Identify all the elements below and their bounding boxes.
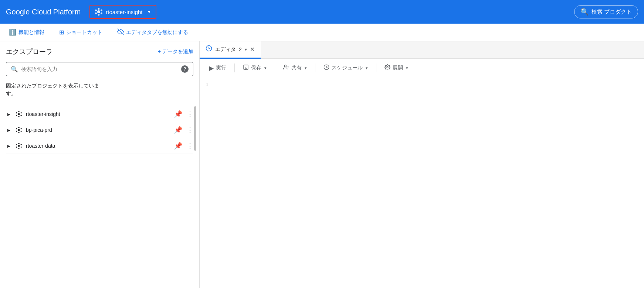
line-numbers: 1 [206,82,209,284]
project-selector[interactable]: rtoaster-insight ▼ [89,5,156,19]
svg-point-14 [21,115,22,116]
app-title: Google Cloud Platform [6,8,81,16]
explorer-search-icon: 🔍 [11,66,18,73]
project-cluster-icon [15,142,23,150]
svg-point-0 [97,10,100,13]
svg-point-9 [18,111,19,112]
save-dropdown-icon[interactable]: ▾ [264,66,267,71]
svg-point-6 [101,13,102,14]
project-name-label: rtoaster-data [26,143,171,149]
explorer-header: エクスプローラ + データを追加 [6,47,193,56]
expand-icon[interactable]: ▶ [6,112,12,116]
pin-icon[interactable]: 📌 [174,110,182,118]
separator [275,64,275,72]
run-icon: ▶ [209,65,214,72]
svg-point-8 [18,113,20,115]
svg-point-16 [18,127,19,128]
schedule-button[interactable]: スケジュール ▾ [320,62,372,74]
main-layout: エクスプローラ + データを追加 🔍 ? 固定されたプロジェクトを表示していま … [0,41,644,288]
eye-slash-icon [117,28,124,37]
save-button[interactable]: 保存 ▾ [239,62,270,74]
share-dropdown-icon[interactable]: ▾ [305,66,307,71]
project-cluster-icon [15,110,23,118]
toolbar-disable-label: エディタタブを無効にする [126,29,188,36]
help-icon[interactable]: ? [181,65,189,73]
header: Google Cloud Platform rtoaster-insight ▼… [0,0,644,24]
svg-point-18 [16,128,17,129]
schedule-icon [323,64,329,72]
line-number: 1 [206,82,209,87]
schedule-label: スケジュール [332,65,363,71]
deploy-label: 展開 [393,65,403,71]
add-data-button[interactable]: + データを追加 [158,48,193,55]
scrollbar[interactable] [194,106,196,151]
deploy-dropdown-icon[interactable]: ▾ [406,66,408,71]
project-name-label: rtoaster-insight [26,111,171,117]
project-cluster-icon [15,126,23,134]
svg-point-11 [16,112,17,113]
svg-point-28 [21,147,22,148]
svg-point-21 [21,131,22,132]
chart-icon [206,45,212,54]
svg-point-5 [95,13,97,14]
editor-toolbar: ▶ 実行 保存 ▾ [200,59,644,77]
list-item: ▶ rtoaster-data 📌 ⋮ [6,138,193,154]
separator [376,64,376,72]
save-label: 保存 [251,65,261,71]
list-item: ▶ bp-pica-prd 📌 ⋮ [6,122,193,138]
toolbar-shortcut[interactable]: ⊞ ショートカット [56,27,105,37]
more-options-icon[interactable]: ⋮ [187,142,193,150]
toolbar-info[interactable]: ℹ️ 機能と情報 [6,27,47,37]
svg-point-2 [98,14,100,16]
pin-icon[interactable]: 📌 [174,126,182,134]
explorer-search-input[interactable] [21,66,178,72]
editor-tab[interactable]: エディタ 2 ▾ ✕ [200,41,261,59]
explorer-panel: エクスプローラ + データを追加 🔍 ? 固定されたプロジェクトを表示していま … [0,41,200,288]
share-button[interactable]: 共有 ▾ [279,62,311,74]
expand-icon[interactable]: ▶ [6,128,12,132]
tab-close-icon[interactable]: ✕ [250,46,255,53]
header-search[interactable]: 🔍 検索 プロダクト [574,5,638,18]
svg-point-1 [98,8,100,10]
info-icon: ℹ️ [9,29,16,36]
svg-point-32 [284,65,286,67]
tab-dropdown-icon[interactable]: ▾ [245,47,247,52]
svg-point-15 [18,129,20,131]
svg-point-3 [95,10,97,11]
toolbar-disable-editor[interactable]: エディタタブを無効にする [114,27,191,38]
pin-icon[interactable]: 📌 [174,142,182,150]
project-list: ▶ rtoaster-insight 📌 ⋮ [6,106,193,154]
svg-point-24 [18,148,19,149]
search-icon: 🔍 [580,8,589,16]
more-options-icon[interactable]: ⋮ [187,126,193,134]
run-button[interactable]: ▶ 実行 [206,62,230,74]
more-options-icon[interactable]: ⋮ [187,110,193,118]
deploy-button[interactable]: 展開 ▾ [381,62,412,74]
svg-point-36 [387,66,388,68]
schedule-dropdown-icon[interactable]: ▾ [366,66,368,71]
svg-point-17 [18,132,19,133]
separator [234,64,235,72]
code-editor[interactable]: 1 [200,77,644,288]
grid-icon: ⊞ [59,29,64,36]
explorer-title: エクスプローラ [6,47,52,56]
svg-point-12 [21,112,22,113]
save-icon [243,64,249,72]
editor-tab-bar: エディタ 2 ▾ ✕ [200,41,644,59]
tab-name: エディタ [215,46,236,53]
tab-number: 2 [239,47,242,52]
toolbar-info-label: 機能と情報 [18,29,44,36]
editor-panel: エディタ 2 ▾ ✕ ▶ 実行 保存 [200,41,644,288]
svg-point-27 [16,147,17,148]
svg-point-25 [16,144,17,145]
expand-icon[interactable]: ▶ [6,144,12,148]
svg-point-10 [18,116,19,117]
project-dropdown-icon: ▼ [147,9,152,14]
share-icon [283,64,289,72]
svg-point-26 [21,144,22,145]
separator [315,64,315,72]
svg-point-20 [16,131,17,132]
run-label: 実行 [216,65,226,71]
toolbar-shortcut-label: ショートカット [66,29,102,36]
search-label: 検索 プロダクト [592,8,632,16]
